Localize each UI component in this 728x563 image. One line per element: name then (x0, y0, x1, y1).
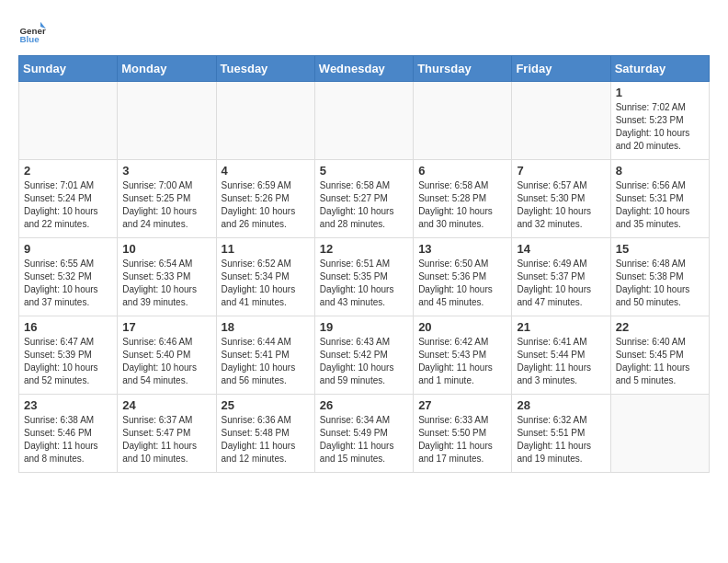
day-info: Sunrise: 6:33 AM Sunset: 5:50 PM Dayligh… (418, 414, 506, 465)
day-info: Sunrise: 6:32 AM Sunset: 5:51 PM Dayligh… (517, 414, 605, 465)
day-number: 22 (616, 320, 704, 334)
day-info: Sunrise: 6:52 AM Sunset: 5:34 PM Dayligh… (222, 258, 310, 309)
logo: General Blue (18, 18, 46, 46)
day-info: Sunrise: 6:55 AM Sunset: 5:32 PM Dayligh… (24, 258, 112, 309)
day-info: Sunrise: 6:49 AM Sunset: 5:37 PM Dayligh… (517, 258, 605, 309)
day-number: 1 (616, 86, 704, 99)
day-info: Sunrise: 6:42 AM Sunset: 5:43 PM Dayligh… (418, 336, 506, 387)
calendar-cell: 26Sunrise: 6:34 AM Sunset: 5:49 PM Dayli… (314, 395, 413, 473)
day-number: 24 (122, 398, 210, 412)
calendar-cell: 10Sunrise: 6:54 AM Sunset: 5:33 PM Dayli… (118, 238, 216, 316)
calendar-cell: 16Sunrise: 6:47 AM Sunset: 5:39 PM Dayli… (19, 316, 118, 395)
day-number: 28 (517, 398, 605, 412)
day-info: Sunrise: 6:40 AM Sunset: 5:45 PM Dayligh… (616, 336, 704, 387)
day-header-sunday: Sunday (19, 56, 118, 82)
day-info: Sunrise: 6:56 AM Sunset: 5:31 PM Dayligh… (616, 179, 704, 231)
day-info: Sunrise: 6:54 AM Sunset: 5:33 PM Dayligh… (122, 258, 210, 309)
calendar-cell: 1Sunrise: 7:02 AM Sunset: 5:23 PM Daylig… (610, 82, 709, 160)
calendar-cell (118, 82, 216, 160)
day-info: Sunrise: 6:57 AM Sunset: 5:30 PM Dayligh… (517, 179, 605, 231)
day-info: Sunrise: 6:44 AM Sunset: 5:41 PM Dayligh… (222, 336, 310, 387)
day-info: Sunrise: 6:59 AM Sunset: 5:26 PM Dayligh… (222, 179, 310, 231)
day-info: Sunrise: 6:48 AM Sunset: 5:38 PM Dayligh… (616, 258, 704, 309)
calendar-cell: 19Sunrise: 6:43 AM Sunset: 5:42 PM Dayli… (314, 316, 413, 395)
header: General Blue (18, 18, 710, 46)
day-number: 10 (122, 242, 210, 256)
day-info: Sunrise: 7:02 AM Sunset: 5:23 PM Dayligh… (616, 101, 704, 153)
calendar-cell: 24Sunrise: 6:37 AM Sunset: 5:47 PM Dayli… (118, 395, 216, 473)
day-number: 9 (24, 242, 112, 256)
day-number: 16 (24, 320, 112, 334)
day-info: Sunrise: 6:58 AM Sunset: 5:28 PM Dayligh… (418, 179, 506, 231)
calendar-cell: 14Sunrise: 6:49 AM Sunset: 5:37 PM Dayli… (512, 238, 610, 316)
day-info: Sunrise: 6:34 AM Sunset: 5:49 PM Dayligh… (320, 414, 408, 465)
calendar-cell: 22Sunrise: 6:40 AM Sunset: 5:45 PM Dayli… (610, 316, 709, 395)
week-row-2: 2Sunrise: 7:01 AM Sunset: 5:24 PM Daylig… (19, 160, 710, 238)
svg-text:Blue: Blue (20, 34, 40, 44)
day-number: 20 (418, 320, 506, 334)
day-header-friday: Friday (512, 56, 610, 82)
calendar-cell: 12Sunrise: 6:51 AM Sunset: 5:35 PM Dayli… (314, 238, 413, 316)
calendar-cell (19, 82, 118, 160)
day-header-monday: Monday (118, 56, 216, 82)
logo-icon: General Blue (18, 18, 46, 46)
day-info: Sunrise: 6:47 AM Sunset: 5:39 PM Dayligh… (24, 336, 112, 387)
day-header-thursday: Thursday (414, 56, 512, 82)
day-number: 27 (418, 398, 506, 412)
day-info: Sunrise: 6:46 AM Sunset: 5:40 PM Dayligh… (122, 336, 210, 387)
week-row-3: 9Sunrise: 6:55 AM Sunset: 5:32 PM Daylig… (19, 238, 710, 316)
calendar-cell: 28Sunrise: 6:32 AM Sunset: 5:51 PM Dayli… (512, 395, 610, 473)
calendar-cell: 25Sunrise: 6:36 AM Sunset: 5:48 PM Dayli… (216, 395, 314, 473)
day-number: 25 (222, 398, 310, 412)
calendar-cell (216, 82, 314, 160)
day-number: 15 (616, 242, 704, 256)
day-number: 17 (122, 320, 210, 334)
calendar-header-row: SundayMondayTuesdayWednesdayThursdayFrid… (19, 56, 710, 82)
day-number: 4 (222, 164, 310, 178)
calendar-cell: 13Sunrise: 6:50 AM Sunset: 5:36 PM Dayli… (414, 238, 512, 316)
day-info: Sunrise: 6:41 AM Sunset: 5:44 PM Dayligh… (517, 336, 605, 387)
day-info: Sunrise: 6:36 AM Sunset: 5:48 PM Dayligh… (222, 414, 310, 465)
day-number: 11 (222, 242, 310, 256)
day-number: 12 (320, 242, 408, 256)
day-number: 7 (517, 164, 605, 178)
week-row-5: 23Sunrise: 6:38 AM Sunset: 5:46 PM Dayli… (19, 395, 710, 473)
week-row-4: 16Sunrise: 6:47 AM Sunset: 5:39 PM Dayli… (19, 316, 710, 395)
calendar-cell: 3Sunrise: 7:00 AM Sunset: 5:25 PM Daylig… (118, 160, 216, 238)
day-header-tuesday: Tuesday (216, 56, 314, 82)
day-number: 2 (24, 164, 112, 178)
day-number: 5 (320, 164, 408, 178)
day-info: Sunrise: 6:50 AM Sunset: 5:36 PM Dayligh… (418, 258, 506, 309)
day-number: 26 (320, 398, 408, 412)
calendar-cell (610, 395, 709, 473)
calendar-cell: 6Sunrise: 6:58 AM Sunset: 5:28 PM Daylig… (414, 160, 512, 238)
calendar: SundayMondayTuesdayWednesdayThursdayFrid… (18, 55, 710, 473)
day-number: 3 (122, 164, 210, 178)
calendar-cell: 9Sunrise: 6:55 AM Sunset: 5:32 PM Daylig… (19, 238, 118, 316)
day-number: 8 (616, 164, 704, 178)
day-number: 21 (517, 320, 605, 334)
week-row-1: 1Sunrise: 7:02 AM Sunset: 5:23 PM Daylig… (19, 82, 710, 160)
calendar-cell: 20Sunrise: 6:42 AM Sunset: 5:43 PM Dayli… (414, 316, 512, 395)
calendar-cell: 18Sunrise: 6:44 AM Sunset: 5:41 PM Dayli… (216, 316, 314, 395)
calendar-cell: 21Sunrise: 6:41 AM Sunset: 5:44 PM Dayli… (512, 316, 610, 395)
calendar-cell (414, 82, 512, 160)
calendar-cell (512, 82, 610, 160)
day-number: 6 (418, 164, 506, 178)
day-info: Sunrise: 6:58 AM Sunset: 5:27 PM Dayligh… (320, 179, 408, 231)
day-number: 14 (517, 242, 605, 256)
day-info: Sunrise: 7:00 AM Sunset: 5:25 PM Dayligh… (122, 179, 210, 231)
day-number: 19 (320, 320, 408, 334)
day-number: 18 (222, 320, 310, 334)
calendar-cell: 17Sunrise: 6:46 AM Sunset: 5:40 PM Dayli… (118, 316, 216, 395)
day-header-wednesday: Wednesday (314, 56, 413, 82)
day-number: 13 (418, 242, 506, 256)
day-info: Sunrise: 6:51 AM Sunset: 5:35 PM Dayligh… (320, 258, 408, 309)
calendar-cell: 4Sunrise: 6:59 AM Sunset: 5:26 PM Daylig… (216, 160, 314, 238)
day-info: Sunrise: 7:01 AM Sunset: 5:24 PM Dayligh… (24, 179, 112, 231)
calendar-cell: 11Sunrise: 6:52 AM Sunset: 5:34 PM Dayli… (216, 238, 314, 316)
day-number: 23 (24, 398, 112, 412)
day-info: Sunrise: 6:38 AM Sunset: 5:46 PM Dayligh… (24, 414, 112, 465)
calendar-cell (314, 82, 413, 160)
calendar-cell: 2Sunrise: 7:01 AM Sunset: 5:24 PM Daylig… (19, 160, 118, 238)
